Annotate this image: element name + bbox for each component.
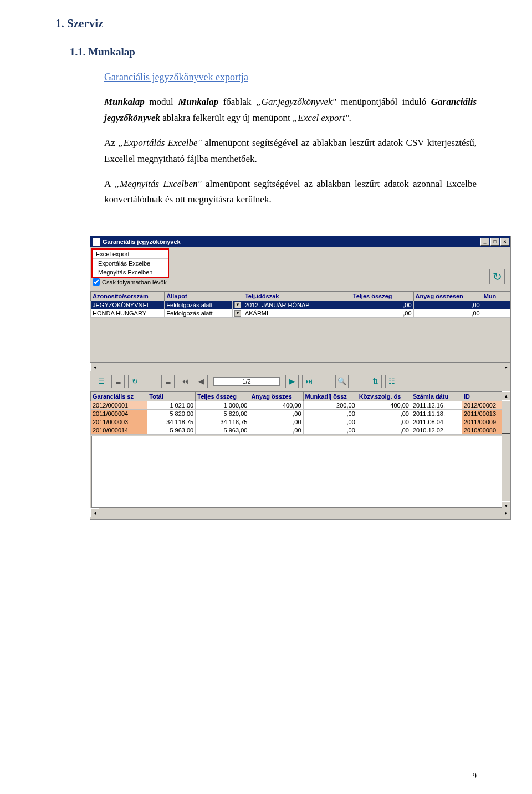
scroll-left-icon[interactable]: ◂	[90, 508, 99, 517]
zoom-icon[interactable]: 🔍	[335, 375, 349, 388]
scroll-left-icon[interactable]: ◂	[90, 363, 99, 371]
table-row[interactable]: 2012/0000011 021,001 000,00400,00200,004…	[91, 401, 510, 410]
table-row[interactable]: JEGYZŐKÖNYVNEI Feldolgozás alatt ▼ 2012.…	[91, 301, 510, 309]
scroll-right-icon[interactable]: ▸	[502, 363, 510, 371]
table-row[interactable]: HONDA HUNGARY Feldolgozás alatt ▼ AKÁRMI…	[91, 309, 510, 318]
lower-grid[interactable]: Garanciális sz Totál Teljes összeg Anyag…	[90, 391, 510, 435]
col-telj-idoszak[interactable]: Telj.időszak	[243, 292, 351, 301]
h-scrollbar-lower[interactable]: ◂ ▸	[90, 508, 510, 517]
upper-grid-container: Azonosító/sorszám Állapot Telj.időszak T…	[90, 291, 510, 371]
menu-excel-export[interactable]: Excel export	[93, 250, 168, 259]
page-number: 9	[473, 771, 477, 781]
window-icon	[93, 238, 100, 246]
scroll-up-icon[interactable]: ▴	[502, 391, 510, 400]
refresh2-icon[interactable]: ↻	[128, 375, 141, 388]
dropdown-icon[interactable]: ▼	[234, 302, 241, 308]
prev-page-icon[interactable]: ◀	[195, 375, 208, 388]
table-row[interactable]: 2011/0000045 820,005 820,00,00,00,002011…	[91, 410, 510, 418]
columns-icon[interactable]: ☷	[385, 375, 398, 388]
filter-icon[interactable]: ☰	[95, 375, 108, 388]
list2-icon[interactable]: ≣	[161, 375, 175, 388]
last-page-icon[interactable]: ⏭	[302, 375, 315, 388]
app-window: Garanciális jegyzőkönyvek _ □ × Excel ex…	[90, 236, 511, 520]
table-row[interactable]: 2010/0000145 963,005 963,00,00,00,002010…	[91, 426, 510, 435]
window-close-button[interactable]: ×	[500, 238, 509, 246]
only-in-progress-label: Csak folyamatban lévők	[102, 279, 167, 286]
sort-icon[interactable]: ⇅	[369, 375, 382, 388]
col2-teljes[interactable]: Teljes összeg	[196, 392, 249, 401]
col-mun[interactable]: Mun	[482, 292, 510, 301]
dropdown-icon[interactable]: ▼	[234, 310, 241, 317]
only-in-progress-checkbox[interactable]	[93, 278, 100, 286]
pager-toolbar: ☰ ≣ ↻ ≣ ⏮ ◀ 1/2 ▶ ⏭ 🔍 ⇅ ☷	[90, 371, 510, 391]
heading-munkalap: 1.1. Munkalap	[70, 46, 477, 58]
col2-kozv[interactable]: Közv.szolg. ös	[357, 392, 411, 401]
window-title: Garanciális jegyzőkönyvek	[103, 238, 181, 245]
col-allapot[interactable]: Állapot	[165, 292, 243, 301]
window-titlebar[interactable]: Garanciális jegyzőkönyvek _ □ ×	[90, 236, 510, 247]
heading-export: Garanciális jegyzőkönyvek exportja	[104, 72, 477, 83]
col2-munkadij[interactable]: Munkadíj össz	[303, 392, 357, 401]
upper-grid[interactable]: Azonosító/sorszám Állapot Telj.időszak T…	[90, 291, 510, 318]
scroll-down-icon[interactable]: ▾	[502, 501, 510, 510]
scroll-thumb[interactable]	[502, 400, 510, 434]
col2-anyag[interactable]: Anyag összes	[249, 392, 303, 401]
list-icon[interactable]: ≣	[111, 375, 125, 388]
next-page-icon[interactable]: ▶	[285, 375, 299, 388]
window-minimize-button[interactable]: _	[480, 238, 489, 246]
heading-szerviz: 1. Szerviz	[55, 17, 477, 30]
col2-total[interactable]: Totál	[147, 392, 196, 401]
first-page-icon[interactable]: ⏮	[178, 375, 191, 388]
v-scrollbar[interactable]: ▴ ▾	[502, 391, 510, 510]
paragraph-3: A „Megnyitás Excelben" almenüpont segíts…	[104, 176, 477, 208]
col-teljes-osszeg[interactable]: Teljes összeg	[351, 292, 413, 301]
col2-garancialis[interactable]: Garanciális sz	[91, 392, 147, 401]
window-maximize-button[interactable]: □	[490, 238, 499, 246]
h-scrollbar[interactable]: ◂ ▸	[90, 362, 510, 371]
col-azonosito[interactable]: Azonosító/sorszám	[91, 292, 165, 301]
col-anyag-osszesen[interactable]: Anyag összesen	[413, 292, 482, 301]
col2-szamla[interactable]: Számla dátu	[411, 392, 462, 401]
paragraph-2: Az „Exportálás Excelbe" almenüpont segít…	[104, 135, 477, 167]
table-row[interactable]: 2011/00000334 118,7534 118,75,00,00,0020…	[91, 418, 510, 426]
refresh-icon[interactable]: ↻	[489, 269, 505, 284]
page-indicator: 1/2	[213, 377, 280, 386]
lower-grid-container: Garanciális sz Totál Teljes összeg Anyag…	[90, 391, 510, 519]
paragraph-1: Munkalap modul Munkalap főablak „Gar.jeg…	[104, 94, 477, 126]
lower-empty-area	[91, 436, 509, 508]
